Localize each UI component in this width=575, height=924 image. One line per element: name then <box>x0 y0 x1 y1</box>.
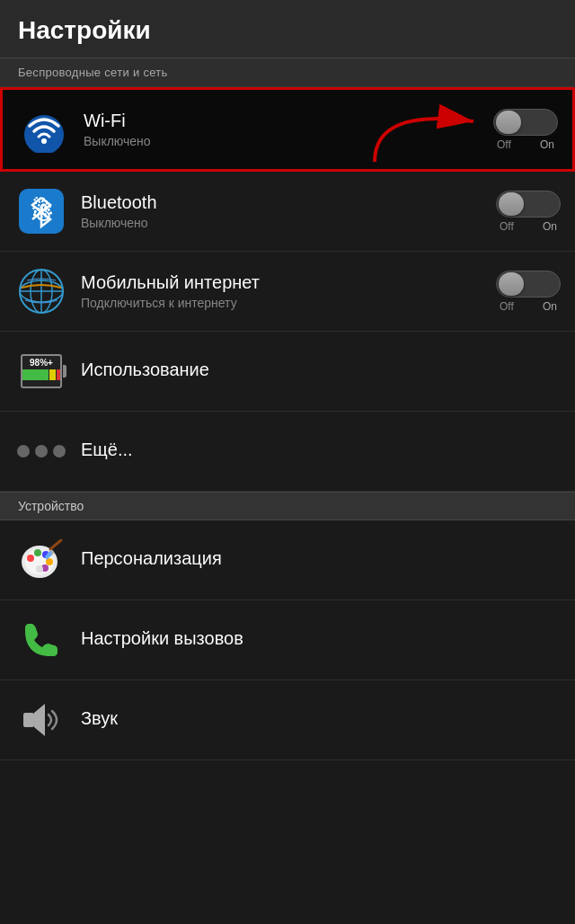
call-settings-icon-container <box>14 613 68 667</box>
mobile-internet-icon <box>18 268 65 315</box>
bluetooth-setting-row[interactable]: ☃ Bluetooth Выключено Off On <box>0 172 575 252</box>
wifi-icon <box>21 106 67 153</box>
bluetooth-icon: ☃ <box>19 189 64 234</box>
svg-point-12 <box>27 555 34 562</box>
bluetooth-title: Bluetooth <box>81 192 487 213</box>
mobile-internet-toggle-off-label: Off <box>500 300 514 313</box>
mobile-internet-toggle-on-label: On <box>543 300 557 313</box>
device-section-header: Устройство <box>0 492 575 520</box>
sound-setting-row[interactable]: Звук <box>0 680 575 760</box>
personalization-icon-container <box>14 533 68 587</box>
more-title: Ещё... <box>81 440 561 460</box>
personalization-text: Персонализация <box>81 548 561 572</box>
page-title: Настройки <box>18 16 151 44</box>
personalization-icon <box>18 537 65 583</box>
svg-rect-21 <box>23 713 34 727</box>
wifi-toggle-knob <box>496 111 521 134</box>
bluetooth-toggle-on-label: On <box>543 220 557 233</box>
usage-text: Использование <box>81 360 561 383</box>
call-settings-row[interactable]: Настройки вызовов <box>0 600 575 680</box>
bluetooth-toggle-labels: Off On <box>496 218 561 233</box>
svg-line-18 <box>50 540 61 549</box>
sound-icon-container <box>14 693 68 747</box>
svg-point-17 <box>36 565 43 573</box>
bluetooth-toggle-knob <box>499 192 524 216</box>
mobile-internet-subtitle: Подключиться к интернету <box>81 296 487 310</box>
usage-title: Использование <box>81 360 561 380</box>
mobile-internet-toggle-labels: Off On <box>496 298 561 313</box>
personalization-setting-row[interactable]: Персонализация <box>0 520 575 600</box>
call-settings-text: Настройки вызовов <box>81 628 561 652</box>
personalization-title: Персонализация <box>81 548 561 569</box>
wifi-subtitle: Выключено <box>84 134 484 148</box>
call-settings-icon <box>18 617 65 663</box>
wifi-icon-container <box>17 102 71 156</box>
bluetooth-subtitle: Выключено <box>81 216 487 230</box>
sound-title: Звук <box>81 708 561 729</box>
wifi-toggle[interactable]: Off On <box>493 109 558 151</box>
mobile-internet-icon-container <box>14 264 68 318</box>
bluetooth-toggle-off-label: Off <box>500 220 514 233</box>
usage-icon-container: 98%+ <box>14 344 68 398</box>
wifi-toggle-switch[interactable] <box>493 109 558 136</box>
wireless-section-header: Беспроводные сети и сеть <box>0 58 575 87</box>
more-dots-icon <box>14 445 68 458</box>
mobile-internet-setting-row[interactable]: Мобильный интернет Подключиться к интерн… <box>0 252 575 332</box>
wifi-toggle-on-label: On <box>540 138 554 151</box>
sound-text: Звук <box>81 708 561 732</box>
mobile-internet-text: Мобильный интернет Подключиться к интерн… <box>81 272 487 310</box>
bluetooth-text: Bluetooth Выключено <box>81 192 487 230</box>
bluetooth-toggle-switch[interactable] <box>496 191 561 218</box>
mobile-internet-title: Мобильный интернет <box>81 272 487 293</box>
call-settings-title: Настройки вызовов <box>81 628 561 649</box>
bluetooth-icon-container: ☃ <box>14 184 68 238</box>
wifi-toggle-labels: Off On <box>493 136 558 151</box>
mobile-internet-toggle[interactable]: Off On <box>496 271 561 313</box>
wifi-title: Wi-Fi <box>84 111 484 131</box>
svg-point-1 <box>41 138 47 144</box>
wifi-setting-row[interactable]: Wi-Fi Выключено Off On <box>0 87 575 172</box>
svg-point-13 <box>34 549 41 556</box>
bluetooth-toggle[interactable]: Off On <box>496 191 561 233</box>
usage-setting-row[interactable]: 98%+ Использование <box>0 332 575 412</box>
mobile-internet-toggle-switch[interactable] <box>496 271 561 298</box>
svg-marker-22 <box>34 704 45 736</box>
more-icon-container <box>14 424 68 478</box>
more-setting-row[interactable]: Ещё... <box>0 412 575 492</box>
wifi-text: Wi-Fi Выключено <box>84 111 484 148</box>
more-text: Ещё... <box>81 440 561 463</box>
app-header: Настройки <box>0 0 575 58</box>
sound-icon <box>18 697 65 743</box>
mobile-internet-toggle-knob <box>499 272 524 296</box>
wifi-toggle-off-label: Off <box>497 138 511 151</box>
